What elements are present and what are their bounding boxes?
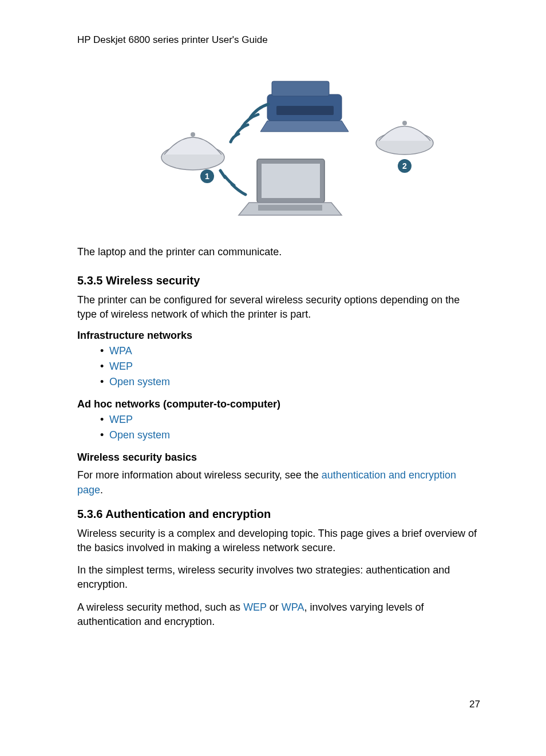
base-station-2-icon <box>376 121 433 155</box>
infrastructure-list: WPA WEP Open system <box>77 345 480 388</box>
svg-rect-9 <box>272 81 329 96</box>
basics-pre-text: For more information about wireless secu… <box>77 469 322 481</box>
adhoc-networks-heading: Ad hoc networks (computer-to-computer) <box>77 398 480 410</box>
adhoc-list: WEP Open system <box>77 414 480 441</box>
wep-link[interactable]: WEP <box>109 361 133 372</box>
svg-rect-12 <box>262 164 320 198</box>
svg-point-1 <box>191 132 195 137</box>
printer-icon <box>260 81 349 132</box>
network-diagram: 1 2 <box>77 63 480 223</box>
p3-pre-text: A wireless security method, such as <box>77 601 243 613</box>
list-item: WEP <box>100 414 480 426</box>
list-item: WPA <box>100 345 480 357</box>
section-535-paragraph: The printer can be configured for severa… <box>77 293 480 322</box>
section-535-heading: 5.3.5 Wireless security <box>77 274 480 287</box>
wep-link[interactable]: WEP <box>109 414 133 425</box>
svg-point-5 <box>402 121 407 125</box>
svg-text:1: 1 <box>205 172 209 181</box>
wireless-security-basics-paragraph: For more information about wireless secu… <box>77 468 480 497</box>
open-system-link[interactable]: Open system <box>109 376 170 387</box>
wpa-link[interactable]: WPA <box>282 601 304 613</box>
signal-to-printer-icon <box>231 104 268 142</box>
list-item: Open system <box>100 429 480 441</box>
wep-link[interactable]: WEP <box>243 601 267 613</box>
section-536-paragraph-3: A wireless security method, such as WEP … <box>77 600 480 629</box>
svg-rect-10 <box>276 106 334 115</box>
svg-rect-13 <box>258 205 322 211</box>
list-item: WEP <box>100 361 480 373</box>
open-system-link[interactable]: Open system <box>109 429 170 441</box>
figure-caption: The laptop and the printer can communica… <box>77 246 480 258</box>
section-536-paragraph-1: Wireless security is a complex and devel… <box>77 527 480 555</box>
wpa-link[interactable]: WPA <box>109 345 132 357</box>
wireless-security-basics-heading: Wireless security basics <box>77 452 480 464</box>
list-item: Open system <box>100 376 480 388</box>
p3-mid-text: or <box>267 601 282 613</box>
infrastructure-networks-heading: Infrastructure networks <box>77 330 480 342</box>
document-header: HP Deskjet 6800 series printer User's Gu… <box>77 34 480 46</box>
figure-label-2-badge: 2 <box>398 159 412 173</box>
base-station-1-icon <box>161 132 224 170</box>
section-536-paragraph-2: In the simplest terms, wireless security… <box>77 563 480 592</box>
page-number: 27 <box>469 699 480 710</box>
signal-to-laptop-icon <box>220 171 246 195</box>
svg-text:2: 2 <box>402 161 407 171</box>
section-536-heading: 5.3.6 Authentication and encryption <box>77 508 480 521</box>
basics-post-text: . <box>100 484 103 496</box>
laptop-icon <box>239 159 342 215</box>
figure-label-1-badge: 1 <box>200 169 214 183</box>
